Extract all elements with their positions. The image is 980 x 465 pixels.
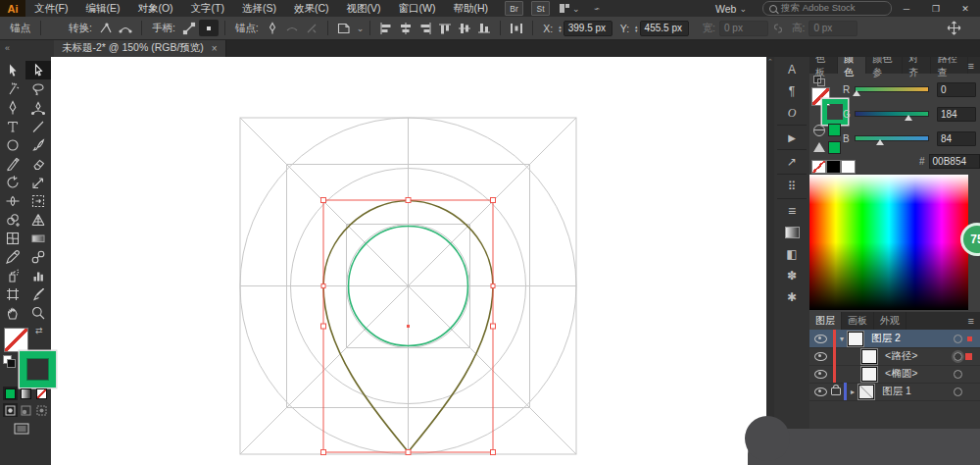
menu-file[interactable]: 文件(F) [25,0,76,17]
default-fill-stroke-icon[interactable] [3,355,16,368]
layer-thumbnail[interactable] [861,349,877,364]
b-value[interactable]: 84 [937,131,976,146]
curvature-tool[interactable] [25,98,51,117]
r-slider[interactable] [855,86,929,92]
none-mode-button[interactable] [34,387,49,400]
layer-name[interactable]: <椭圆> [885,367,917,381]
scale-tool[interactable] [25,173,51,191]
document-tab[interactable]: 未标题-2* @ 150% (RGB/预览) × [54,39,226,57]
color-spectrum[interactable] [809,175,968,310]
visibility-eye-icon[interactable] [814,352,827,361]
visibility-eye-icon[interactable] [814,370,827,379]
symbol-sprayer-tool[interactable] [0,266,25,284]
lasso-tool[interactable] [25,79,51,98]
layer-thumbnail[interactable] [858,385,874,399]
shape-builder-tool[interactable] [0,210,25,229]
y-stepper[interactable]: ▴▾ [635,25,638,32]
target-circle[interactable] [954,388,962,396]
x-stepper[interactable]: ▴▾ [559,25,562,32]
paragraph-panel-icon[interactable]: ¶ [774,80,809,102]
eraser-tool[interactable] [25,154,51,173]
convert-to-smooth-icon[interactable] [116,20,135,36]
chevron-down-icon[interactable]: ⌄ [572,4,580,14]
selection-tool[interactable] [0,61,25,79]
symbols-panel-icon[interactable]: ✽ [774,265,809,286]
isolate-selection-icon[interactable] [334,20,354,36]
convert-to-corner-icon[interactable] [96,20,116,36]
draw-inside-button[interactable] [34,403,49,417]
gamut-color-swatch[interactable] [828,141,841,154]
minimize-button[interactable]: ─ [892,0,921,17]
hex-value-input[interactable]: 00B854 [929,154,980,169]
tab-color-guide[interactable]: 颜色参 [866,57,903,74]
gradient-mode-button[interactable] [19,387,33,400]
close-button[interactable]: ✕ [951,0,980,17]
expand-icon[interactable]: ▾ [836,335,848,343]
fill-swatch-none[interactable] [4,328,28,352]
menu-select[interactable]: 选择(S) [233,0,285,17]
collapsed-icon[interactable]: ▸ [847,388,858,396]
transform-panel-icon[interactable]: ⠿ [774,176,809,197]
none-swatch[interactable] [811,160,826,174]
paintbrush-tool[interactable] [25,135,51,154]
black-swatch[interactable] [826,160,841,174]
menu-view[interactable]: 视图(V) [338,0,390,17]
cut-path-icon[interactable] [302,20,321,36]
draw-behind-button[interactable] [19,403,33,417]
align-bottom-icon[interactable] [474,20,494,36]
width-input[interactable]: 0 px [719,21,768,36]
layer-row-ellipse[interactable]: <椭圆> [809,365,980,384]
adobe-stock-search[interactable]: 搜索 Adobe Stock [762,1,892,16]
canvas[interactable] [51,57,766,465]
layer-name[interactable]: <路径> [885,349,917,363]
panel-menu-icon[interactable]: ≡ [968,312,980,330]
menu-window[interactable]: 窗口(W) [390,0,445,17]
stroke-panel-icon[interactable]: ≡ [774,200,809,222]
y-input[interactable]: 455.5 px [640,21,689,36]
web-color-icon[interactable] [813,125,825,136]
transform-icon[interactable] [944,20,963,36]
layer-name[interactable]: 图层 2 [871,332,901,345]
panel-menu-icon[interactable]: ≡ [968,57,980,74]
align-right-icon[interactable] [416,20,435,36]
blend-tool[interactable] [25,247,51,266]
hand-tool[interactable] [0,303,25,322]
menu-edit[interactable]: 编辑(E) [76,0,128,17]
hide-handles-icon[interactable] [199,20,219,36]
tab-artboards[interactable]: 画板 [842,312,874,330]
align-v-center-icon[interactable] [455,20,474,36]
settings-panel-icon[interactable]: ✱ [774,286,809,308]
menu-type[interactable]: 文字(T) [182,0,233,17]
artboard-tool[interactable] [0,284,25,303]
screen-mode-button[interactable] [11,422,32,436]
target-circle[interactable] [954,370,962,379]
target-circle[interactable] [954,335,962,343]
stroke-swatch-green[interactable] [20,351,56,388]
layer-name[interactable]: 图层 1 [882,385,911,398]
g-value[interactable]: 184 [937,107,976,122]
column-graph-tool[interactable] [25,266,51,284]
tab-color[interactable]: 颜色 [838,57,866,74]
remove-anchor-icon[interactable] [282,20,302,36]
free-transform-tool[interactable] [25,191,51,210]
actions-panel-icon[interactable]: ▶ [774,127,809,148]
chevron-down-icon[interactable]: ⌄ [357,24,365,33]
opentype-panel-icon[interactable]: O [774,102,809,124]
link-dimensions-icon[interactable] [768,20,788,36]
vertical-scrollbar[interactable]: ⌃ [766,57,774,465]
visibility-eye-icon[interactable] [814,388,827,396]
slice-tool[interactable] [25,284,51,303]
scroll-up-icon[interactable]: ⌃ [767,58,773,65]
mesh-tool[interactable] [0,229,25,247]
layer-row-layer1[interactable]: ▸ 图层 1 [809,383,980,401]
eyedropper-tool[interactable] [0,247,25,266]
character-panel-icon[interactable]: A [774,59,809,80]
workspace-select[interactable]: Web ⌄ [715,3,747,15]
visibility-eye-icon[interactable] [814,335,827,343]
announcement-icon[interactable]: ⌁ [592,2,601,14]
ellipse-tool[interactable] [0,135,25,154]
layer-thumbnail[interactable] [848,332,863,346]
transparency-panel-icon[interactable]: ◧ [774,243,809,265]
layer-thumbnail[interactable] [861,367,877,382]
add-anchor-icon[interactable] [263,20,282,36]
